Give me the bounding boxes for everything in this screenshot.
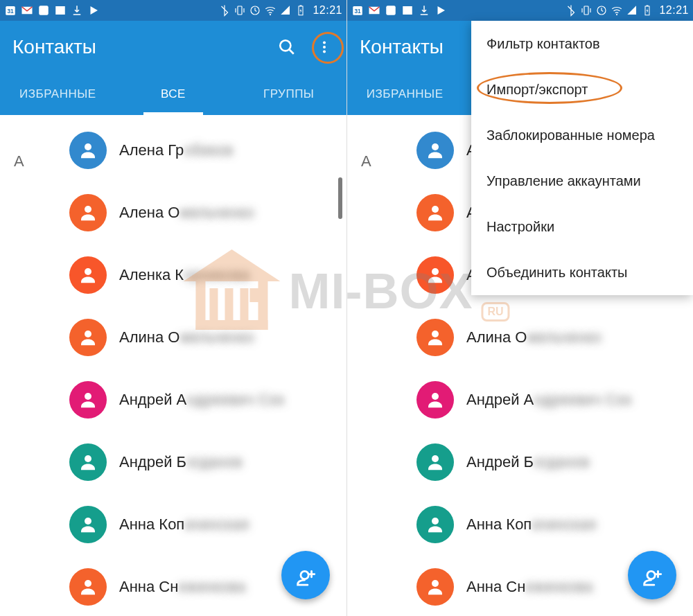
contact-name: Алена О <box>119 204 179 222</box>
svg-point-30 <box>616 14 617 15</box>
contact-name-blurred: ндреевич Сок <box>534 391 631 409</box>
vibrate-icon <box>234 4 246 17</box>
menu-filter-contacts[interactable]: Фильтр контактов <box>471 21 693 67</box>
wifi-icon <box>264 4 277 17</box>
contact-name: Андрей Б <box>466 453 534 471</box>
contact-row[interactable]: Андрей Андреевич Сок <box>347 369 693 431</box>
contact-name-blurred: ачинская <box>184 516 249 534</box>
screen-left: 31 12:21 Контакты <box>0 0 346 616</box>
svg-text:31: 31 <box>354 8 361 15</box>
search-button[interactable] <box>277 37 297 57</box>
svg-point-14 <box>323 50 326 53</box>
svg-point-12 <box>323 42 326 44</box>
menu-manage-accounts[interactable]: Управление аккаунтами <box>471 158 693 204</box>
avatar <box>416 319 454 356</box>
overflow-menu: Фильтр контактов Импорт/экспорт Заблокир… <box>471 21 693 295</box>
svg-point-16 <box>85 206 91 213</box>
tab-groups[interactable]: ГРУППЫ <box>231 73 346 115</box>
contact-row[interactable]: Андрей Богданов <box>0 431 346 493</box>
download-icon <box>71 4 83 17</box>
gmail-icon <box>21 4 33 17</box>
signal-icon <box>279 4 292 17</box>
svg-point-33 <box>432 143 439 150</box>
app-icon <box>385 4 397 17</box>
contact-name: Анна Сн <box>466 578 525 596</box>
add-contact-fab[interactable] <box>281 551 330 599</box>
avatar <box>69 256 107 294</box>
contact-name-blurred: ежинкова <box>525 578 593 596</box>
avatar <box>69 568 107 606</box>
avatar <box>416 194 454 231</box>
sync-icon <box>249 4 261 17</box>
svg-point-15 <box>85 143 91 150</box>
svg-rect-32 <box>647 6 649 7</box>
tab-favorites[interactable]: ИЗБРАННЫЕ <box>347 73 462 115</box>
svg-point-22 <box>85 580 91 587</box>
status-bar: 31 12:21 <box>0 0 346 21</box>
svg-rect-27 <box>403 6 412 15</box>
svg-point-38 <box>432 455 439 462</box>
overflow-menu-button[interactable] <box>315 37 334 57</box>
contact-name-blurred: ндреевич Сок <box>186 391 284 409</box>
avatar <box>416 568 454 606</box>
svg-point-34 <box>432 206 439 213</box>
contact-name: Алина О <box>466 328 527 346</box>
contact-name: Андрей А <box>119 391 186 409</box>
svg-rect-3 <box>39 6 49 15</box>
contact-name-blurred: ежинкова <box>178 578 245 596</box>
contact-row[interactable]: Андрей Андреевич Сок <box>0 369 346 431</box>
app-bar: Контакты <box>0 21 346 73</box>
section-header: А <box>361 152 371 170</box>
bluetooth-icon <box>218 4 231 17</box>
app-title: Контакты <box>360 36 444 58</box>
contact-row[interactable]: Анна Копачинская <box>0 493 346 556</box>
play-icon <box>435 4 447 17</box>
menu-import-export-label: Импорт/экспорт <box>486 82 588 98</box>
contact-name: Аленка К <box>119 266 184 284</box>
contact-list[interactable]: А Алена ГробиковАлена ОмельченкоАленка К… <box>0 115 346 616</box>
scrollbar-thumb[interactable] <box>338 177 342 219</box>
tab-all[interactable]: ВСЕ <box>116 73 231 115</box>
svg-point-19 <box>85 393 91 400</box>
contact-row[interactable]: Алена Омельченко <box>0 182 346 244</box>
battery-charging-icon <box>641 4 653 17</box>
menu-blocked-numbers[interactable]: Заблокированные номера <box>471 112 693 158</box>
avatar <box>69 319 107 356</box>
battery-charging-icon <box>295 4 307 17</box>
avatar <box>69 443 107 481</box>
contact-row[interactable]: Анна Копачинская <box>347 493 693 556</box>
gallery-icon <box>54 4 67 17</box>
contact-name-blurred: огданов <box>186 453 242 471</box>
gmail-icon <box>368 4 380 17</box>
menu-merge-contacts[interactable]: Объединить контакты <box>471 249 693 295</box>
contact-name-blurred: огданов <box>534 453 589 471</box>
calendar-icon: 31 <box>4 4 17 17</box>
contact-row[interactable]: Алина Омельченко <box>0 306 346 369</box>
svg-point-17 <box>85 268 91 275</box>
avatar <box>69 132 107 169</box>
svg-point-20 <box>85 455 91 462</box>
avatar <box>69 194 107 231</box>
add-contact-fab[interactable] <box>628 551 676 599</box>
app-icon <box>37 4 50 17</box>
menu-settings[interactable]: Настройки <box>471 204 693 249</box>
contact-row[interactable]: Андрей Богданов <box>347 431 693 493</box>
svg-point-35 <box>432 268 439 275</box>
sync-icon <box>595 4 608 17</box>
avatar <box>416 443 454 481</box>
app-title: Контакты <box>12 36 96 58</box>
avatar <box>416 132 454 169</box>
contact-row[interactable]: Аленка Корникова <box>0 244 346 306</box>
contact-row[interactable]: Алена Гробиков <box>0 119 346 182</box>
svg-line-11 <box>289 49 294 54</box>
svg-rect-28 <box>584 6 588 15</box>
svg-point-7 <box>270 14 271 15</box>
contact-name-blurred: обиков <box>184 141 233 159</box>
signal-icon <box>626 4 638 17</box>
contact-row[interactable]: Алина Омельченко <box>347 306 693 369</box>
menu-import-export[interactable]: Импорт/экспорт <box>471 67 693 112</box>
avatar <box>69 381 107 419</box>
tab-favorites[interactable]: ИЗБРАННЫЕ <box>0 73 116 115</box>
contact-name: Анна Коп <box>119 516 184 534</box>
svg-point-40 <box>432 580 439 587</box>
